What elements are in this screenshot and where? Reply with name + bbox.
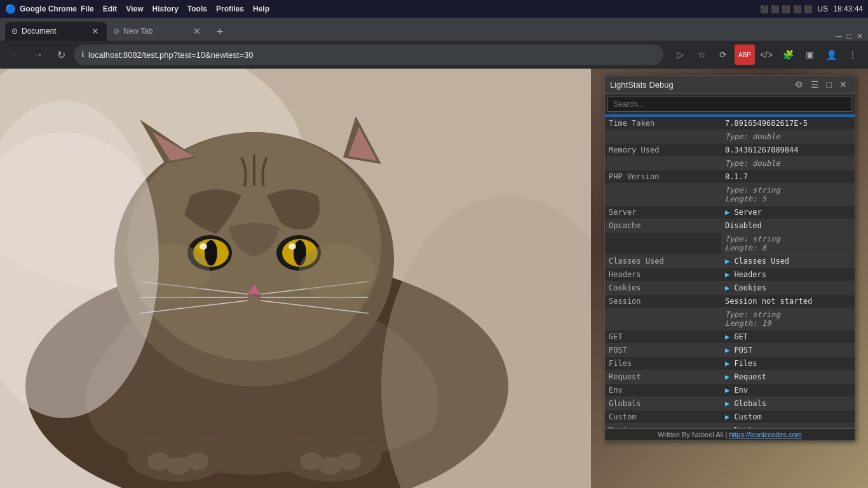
svg-point-31 [186,452,208,470]
svg-point-16 [200,243,207,250]
row-key: POST [605,344,721,357]
row-value: 0.34361267089844 [721,144,855,157]
row-key: Files [605,357,721,370]
row-value: 7.8916549682617E-5 [721,117,855,130]
cat-image [0,69,591,488]
profile-icon[interactable]: 👤 [821,44,841,65]
table-row[interactable]: Request ▶ Request [605,370,855,384]
adblock-icon[interactable]: ABP [735,44,755,65]
tab-document[interactable]: ⊙ Document ✕ [5,22,107,41]
devtools-icon[interactable]: </> [756,44,776,65]
svg-point-26 [299,243,375,301]
minimize-button[interactable]: ─ [836,32,842,41]
close-window-button[interactable]: ✕ [857,32,863,41]
footer-link[interactable]: https://iconiccodes.com [729,431,801,438]
table-row: PHP Version 8.1.7 [605,170,855,184]
tab-close-2[interactable]: ✕ [192,26,202,36]
os-bar-right: ⬛ ⬛ ⬛ ⬛ ⬛ US 18:43:44 [760,4,863,13]
tab-title-2: New Tab [123,27,188,36]
table-row[interactable]: Env ▶ Env [605,384,855,397]
tab-close-1[interactable]: ✕ [90,26,100,36]
debug-search-container [605,94,855,114]
back-button[interactable]: ← [5,44,25,65]
menu-profiles[interactable]: Profiles [216,4,244,13]
row-key: Opcache [605,219,721,233]
chrome-titlebar: ⊙ Document ✕ ⊙ New Tab ✕ + ─ □ ✕ [0,18,868,41]
maximize-button[interactable]: □ [847,32,851,41]
row-key: Headers [605,268,721,281]
menu-dots-icon[interactable]: ⋮ [843,44,863,65]
settings-icon[interactable]: ⚙ [792,78,806,91]
menu-tools[interactable]: Tools [187,4,207,13]
row-key: Cookies [605,281,721,295]
forward-button[interactable]: → [28,44,48,65]
row-key: Request [605,370,721,384]
row-key: Time Taken [605,117,721,130]
row-value: ▶ Classes Used [721,255,855,268]
footer-text: Written By Nabeel Ali | [658,431,729,438]
row-key: GET [605,330,721,344]
row-key [605,233,721,255]
bookmark-icon[interactable]: ☆ [691,44,712,65]
os-bar: 🔵 Google Chrome File Edit View History T… [0,0,868,18]
os-bar-left: 🔵 Google Chrome File Edit View History T… [5,4,269,14]
address-bar[interactable]: ℹ localhost:8082/test.php?test=10&newtes… [74,44,663,65]
row-value: Type: stringLength: 5 [721,184,855,206]
table-row[interactable]: Files ▶ Files [605,357,855,370]
row-value: Session not started [721,295,855,308]
tab-title-1: Document [22,27,86,36]
menu-help[interactable]: Help [253,4,269,13]
row-value: ▶ Request [721,370,855,384]
table-row: Opcache Disabled [605,219,855,233]
row-value: Type: stringLength: 19 [721,308,855,330]
menu-icon[interactable]: ☰ [808,78,822,91]
row-value: ▶ Headers [721,268,855,281]
row-value: Type: double [721,157,855,170]
table-row[interactable]: Headers ▶ Headers [605,268,855,281]
reload-button[interactable]: ↻ [51,44,71,65]
table-row[interactable]: Server ▶ Server [605,206,855,219]
close-debug-icon[interactable]: ✕ [837,78,850,91]
menu-file[interactable]: File [81,4,94,13]
table-row: Type: stringLength: 8 [605,233,855,255]
menu-view[interactable]: View [126,4,143,13]
app-name: Google Chrome [20,4,77,13]
table-row[interactable]: Nest ▶ Nest [605,424,855,429]
lock-icon: ℹ [81,50,85,59]
table-row[interactable]: Classes Used ▶ Classes Used [605,255,855,268]
new-tab-button[interactable]: + [211,23,229,41]
puzzle-icon[interactable]: 🧩 [778,44,798,65]
row-value: ▶ Env [721,384,855,397]
debug-scroll-area[interactable]: Time Taken 7.8916549682617E-5 Type: doub… [605,117,855,428]
row-value: ▶ Nest [721,424,855,429]
sidebar-icon[interactable]: ▣ [799,44,820,65]
row-value: Type: double [721,130,855,144]
table-row[interactable]: POST ▶ POST [605,344,855,357]
debug-search-input[interactable] [607,97,852,112]
svg-point-17 [288,243,296,250]
tab-newtab[interactable]: ⊙ New Tab ✕ [107,22,208,41]
table-row[interactable]: Cookies ▶ Cookies [605,281,855,295]
url-text: localhost:8082/test.php?test=10&newtest=… [88,50,656,60]
expand-icon[interactable]: □ [824,78,834,91]
row-value: Type: stringLength: 8 [721,233,855,255]
table-row[interactable]: Globals ▶ Globals [605,397,855,410]
menu-history[interactable]: History [153,4,179,13]
row-value: 8.1.7 [721,170,855,184]
chrome-app-icon: 🔵 [5,4,16,14]
extension-icon[interactable]: ⟳ [713,44,733,65]
row-key [605,184,721,206]
table-row: Session Session not started [605,295,855,308]
menu-edit[interactable]: Edit [103,4,118,13]
system-icons: ⬛ ⬛ ⬛ ⬛ ⬛ [760,5,812,13]
table-row[interactable]: GET ▶ GET [605,330,855,344]
row-key [605,130,721,144]
toolbar-icons: ▷ ☆ ⟳ ABP </> 🧩 ▣ 👤 ⋮ [670,44,863,65]
cast-icon[interactable]: ▷ [670,44,690,65]
tab-favicon-1: ⊙ [11,27,18,36]
svg-point-34 [338,452,361,470]
table-row[interactable]: Custom ▶ Custom [605,410,855,424]
table-row: Type: double [605,157,855,170]
main-content: LightStats Debug ⚙ ☰ □ ✕ Time Taken 7.89… [0,69,868,488]
row-value: ▶ Files [721,357,855,370]
